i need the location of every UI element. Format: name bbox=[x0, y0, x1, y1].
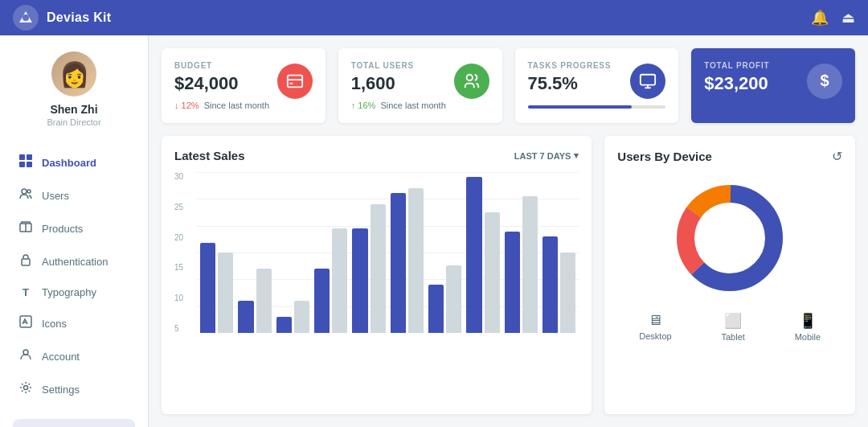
notification-icon[interactable]: 🔔 bbox=[811, 9, 829, 27]
devices-chart-card: Users By Device ↺ bbox=[604, 136, 855, 414]
sidebar-item-products[interactable]: Products bbox=[5, 212, 143, 244]
sales-chart-card: Latest Sales LAST 7 DAYS ▾ 30 25 20 15 1… bbox=[162, 136, 592, 414]
stat-card-header: TASKS PROGRESS 75.5% bbox=[528, 61, 666, 101]
svg-rect-15 bbox=[289, 82, 293, 84]
stat-label: TOTAL USERS bbox=[351, 61, 414, 70]
mobile-icon: 📱 bbox=[799, 312, 817, 330]
sidebar-item-users[interactable]: Users bbox=[5, 179, 143, 211]
stat-icon: $ bbox=[807, 64, 842, 99]
y-label: 15 bbox=[174, 263, 183, 272]
sidebar-item-dashboard[interactable]: Dashboard bbox=[5, 146, 143, 179]
svg-point-11 bbox=[23, 350, 28, 355]
bar-blue bbox=[200, 243, 215, 333]
sidebar-item-account[interactable]: Account bbox=[5, 340, 143, 372]
y-label: 20 bbox=[174, 233, 183, 242]
authentication-icon bbox=[18, 253, 34, 269]
bar-group bbox=[352, 172, 385, 333]
top-nav-left: Devias Kit bbox=[13, 5, 111, 31]
desktop-icon: 🖥 bbox=[648, 312, 662, 329]
stat-icon bbox=[277, 64, 313, 99]
legend-label: Desktop bbox=[639, 331, 671, 341]
stat-change: ↑ 16% Since last month bbox=[351, 101, 489, 110]
stat-card-tasks: TASKS PROGRESS 75.5% bbox=[515, 48, 679, 123]
svg-rect-3 bbox=[19, 162, 25, 167]
stat-label: TASKS PROGRESS bbox=[528, 61, 612, 70]
bar-blue bbox=[352, 228, 367, 333]
stat-icon bbox=[630, 64, 665, 99]
top-nav: Devias Kit 🔔 ⏏ bbox=[0, 0, 868, 35]
bar-gray bbox=[522, 196, 538, 333]
device-legend: 🖥 Desktop ⬜ Tablet 📱 Mobile bbox=[617, 312, 842, 342]
logout-icon[interactable]: ⏏ bbox=[841, 9, 855, 27]
sidebar-item-label: Dashboard bbox=[42, 157, 96, 169]
app-logo bbox=[13, 5, 39, 31]
sidebar-item-typography[interactable]: T Typography bbox=[5, 278, 143, 306]
sidebar-item-authentication[interactable]: Authentication bbox=[5, 245, 143, 277]
users-icon bbox=[18, 187, 34, 203]
sidebar-item-label: Account bbox=[42, 351, 80, 363]
charts-row: Latest Sales LAST 7 DAYS ▾ 30 25 20 15 1… bbox=[162, 136, 855, 414]
stat-card-profit: TOTAL PROFIT $23,200 $ bbox=[691, 48, 855, 123]
refresh-icon[interactable]: ↺ bbox=[832, 149, 842, 164]
tablet-icon: ⬜ bbox=[724, 312, 742, 330]
bar-blue bbox=[276, 317, 292, 333]
stat-card-header: TOTAL USERS 1,600 bbox=[351, 61, 489, 101]
bar-group bbox=[314, 172, 347, 333]
bar-group bbox=[505, 172, 538, 333]
progress-bar bbox=[528, 105, 666, 109]
stat-value: 1,600 bbox=[351, 73, 414, 94]
svg-rect-17 bbox=[641, 74, 655, 84]
bar-group bbox=[238, 172, 271, 333]
stat-card-header: BUDGET $24,000 bbox=[174, 61, 313, 101]
sidebar: 👩 Shen Zhi Brain Director Dashboard User… bbox=[0, 35, 149, 427]
stat-card-header: TOTAL PROFIT $23,200 $ bbox=[704, 61, 842, 101]
chart-filter[interactable]: LAST 7 DAYS ▾ bbox=[514, 150, 579, 161]
stat-value: $24,000 bbox=[174, 73, 239, 94]
sidebar-item-label: Products bbox=[42, 223, 83, 235]
sidebar-item-label: Users bbox=[42, 190, 69, 202]
chart-title: Latest Sales bbox=[174, 149, 245, 162]
sidebar-item-settings[interactable]: Settings bbox=[5, 373, 143, 405]
top-nav-right: 🔔 ⏏ bbox=[811, 9, 855, 27]
settings-icon bbox=[18, 381, 34, 397]
sidebar-item-label: Authentication bbox=[42, 256, 108, 268]
user-name: Shen Zhi bbox=[50, 103, 97, 116]
svg-rect-13 bbox=[288, 75, 302, 87]
bar-blue bbox=[314, 269, 330, 333]
bar-gray bbox=[560, 253, 575, 333]
donut-chart bbox=[665, 174, 794, 302]
bar-blue bbox=[542, 236, 558, 333]
svg-rect-9 bbox=[22, 259, 30, 265]
bar-blue bbox=[238, 301, 253, 333]
sidebar-item-icons[interactable]: Icons bbox=[5, 307, 143, 339]
bar-gray bbox=[218, 253, 233, 333]
products-icon bbox=[18, 220, 34, 236]
legend-item-desktop: 🖥 Desktop bbox=[639, 312, 671, 342]
layout: 👩 Shen Zhi Brain Director Dashboard User… bbox=[0, 35, 868, 427]
filter-label: LAST 7 DAYS bbox=[514, 151, 571, 161]
avatar: 👩 bbox=[51, 51, 96, 96]
bar-group bbox=[276, 172, 309, 333]
legend-item-mobile: 📱 Mobile bbox=[795, 312, 821, 342]
stat-value: 75.5% bbox=[528, 73, 612, 94]
app-title: Devias Kit bbox=[47, 10, 111, 25]
stats-row: BUDGET $24,000 ↓ 12% Since last month TO bbox=[162, 48, 855, 123]
bar-group bbox=[391, 172, 424, 333]
y-label: 10 bbox=[174, 294, 183, 302]
user-role: Brain Director bbox=[47, 117, 100, 127]
bar-group bbox=[428, 172, 461, 333]
bars-container bbox=[197, 172, 579, 333]
bar-gray bbox=[485, 212, 500, 333]
account-icon bbox=[18, 348, 34, 364]
bar-blue bbox=[466, 177, 481, 333]
bar-gray bbox=[446, 265, 461, 333]
stat-label: BUDGET bbox=[174, 61, 239, 70]
progress-bar-fill bbox=[528, 105, 633, 109]
stat-change: ↓ 12% Since last month bbox=[174, 101, 313, 110]
y-label: 5 bbox=[174, 324, 183, 333]
sidebar-nav: Dashboard Users Products Authentication bbox=[0, 143, 148, 409]
bar-blue bbox=[391, 193, 406, 333]
legend-label: Mobile bbox=[795, 332, 821, 342]
stat-card-budget: BUDGET $24,000 ↓ 12% Since last month bbox=[162, 48, 326, 123]
sidebar-item-label: Settings bbox=[42, 384, 80, 396]
